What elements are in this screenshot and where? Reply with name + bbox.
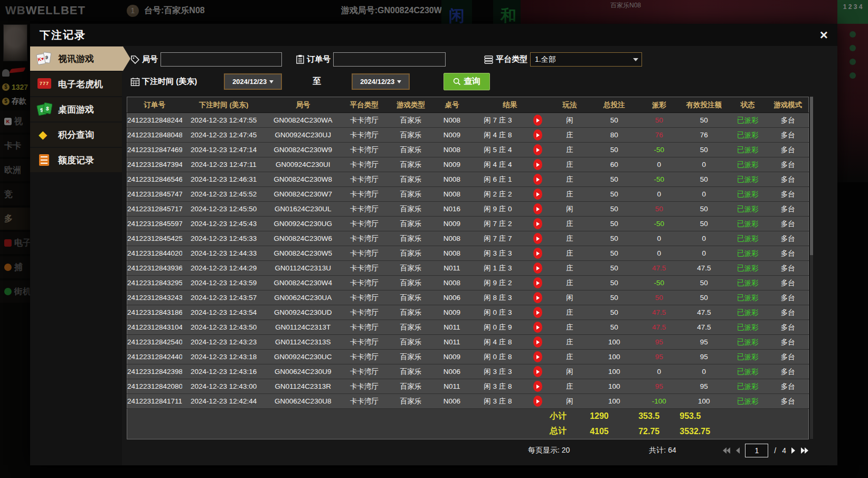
modal-sidebar: 9K♥ 视讯游戏 777 电子老虎机 $$ 桌面游戏 ◆ 积分查询 额度记 [30,46,122,465]
replay-cell [525,394,550,409]
platform-type: 卡卡湾厅 [341,143,388,157]
replay-play-icon[interactable] [533,336,542,348]
replay-play-icon[interactable] [533,263,542,274]
game-mode-value: 多台 [767,128,808,143]
result-score: 闲 9 庄 2 [470,276,525,290]
replay-play-icon[interactable] [533,322,542,333]
result-score: 闲 9 庄 0 [470,202,525,217]
total-bet-value: 60 [590,157,638,172]
replay-play-icon[interactable] [533,218,542,229]
game-type: 百家乐 [388,157,433,172]
payout-value: 95 [638,335,680,350]
total-count-label: 共计: 64 [649,446,676,455]
replay-play-icon[interactable] [533,144,542,155]
platform-select[interactable]: 1.全部 [530,52,642,67]
replay-play-icon[interactable] [533,307,542,318]
bet-time: 2024-12-23 12:43:59 [182,276,266,290]
date-from-picker[interactable]: 2024/12/23 [224,73,282,90]
table-row: 241223128455973 2024-12-23 12:45:43 GN00… [127,217,809,231]
subtotal-valid: 953.5 [680,409,728,424]
table-row: 241223128454258 2024-12-23 12:45:33 GN00… [127,231,809,246]
total-bet-value: 50 [590,305,638,320]
date-to-picker[interactable]: 2024/12/23 [352,73,410,90]
tab-quota-records[interactable]: 额度记录 [30,148,122,172]
replay-play-icon[interactable] [533,351,542,362]
replay-play-icon[interactable] [533,115,542,126]
valid-bet-value: 50 [680,172,728,187]
total-label: 总计 [550,424,590,439]
replay-play-icon[interactable] [533,129,542,140]
replay-cell [525,320,550,335]
replay-play-icon[interactable] [533,366,542,377]
pagination-bar: 每页显示: 20 共计: 64 1 / 4 [127,442,809,460]
order-number: 241223128473947 [127,157,182,172]
bet-time: 2024-12-23 12:43:57 [182,290,266,305]
tab-table-games[interactable]: $$ 桌面游戏 [30,97,122,121]
next-page-icon[interactable] [791,447,796,454]
total-bet-value: 50 [590,187,638,202]
last-page-icon[interactable] [800,447,809,454]
current-page-input[interactable]: 1 [745,444,768,457]
platform-type: 卡卡湾厅 [341,113,388,128]
replay-play-icon[interactable] [533,248,542,259]
status-value: 已派彩 [728,113,767,128]
table-number: N008 [433,113,470,128]
col-result: 结果 [470,97,550,113]
result-score: 闲 0 庄 3 [470,305,525,320]
first-page-icon[interactable] [722,447,731,454]
order-input[interactable] [333,52,446,67]
tab-points-query[interactable]: ◆ 积分查询 [30,123,122,147]
replay-cell [525,305,550,320]
total-bet-value: 50 [590,246,638,261]
total-bet-value: 50 [590,290,638,305]
subtotal-label: 小计 [550,409,590,424]
result-score: 闲 7 庄 2 [470,217,525,231]
game-mode-value: 多台 [767,290,808,305]
bet-time: 2024-12-23 12:47:11 [182,157,266,172]
status-value: 已派彩 [728,217,767,231]
col-status: 状态 [728,97,767,113]
valid-bet-value: 0 [680,364,728,379]
bet-side: 庄 [550,143,590,157]
table-row: 241223128457470 2024-12-23 12:45:52 GN00… [127,187,809,202]
replay-play-icon[interactable] [533,381,542,392]
subtotal-payout: 353.5 [638,409,680,424]
order-number: 241223128420801 [127,379,182,394]
total-pages-label: 4 [782,446,786,455]
tab-video-games[interactable]: 9K♥ 视讯游戏 [30,46,130,71]
game-type: 百家乐 [388,379,433,394]
game-type: 百家乐 [388,187,433,202]
replay-play-icon[interactable] [533,277,542,288]
close-icon[interactable]: × [820,28,828,42]
game-type: 百家乐 [388,217,433,231]
scrollbar-thumb[interactable] [810,97,813,255]
payout-value: 47.5 [638,261,680,276]
replay-play-icon[interactable] [533,203,542,214]
status-value: 已派彩 [728,231,767,246]
replay-play-icon[interactable] [533,292,542,303]
scrollbar[interactable] [810,97,813,439]
order-number: 241223128457177 [127,202,182,217]
replay-cell [525,261,550,276]
round-id: GN01124C2313R [266,379,341,394]
round-input[interactable] [161,52,282,67]
table-number: N009 [433,305,470,320]
prev-page-icon[interactable] [735,447,740,454]
replay-play-icon[interactable] [533,396,542,407]
game-type: 百家乐 [388,335,433,350]
tab-label: 桌面游戏 [58,104,94,116]
replay-play-icon[interactable] [533,189,542,200]
replay-play-icon[interactable] [533,159,542,170]
round-id: GN01124C2313T [266,320,341,335]
result-score: 闲 5 庄 4 [470,143,525,157]
clipboard-icon [296,54,305,64]
replay-play-icon[interactable] [533,233,542,244]
search-button[interactable]: 查询 [444,73,490,90]
payout-value: 47.5 [638,305,680,320]
tab-slots[interactable]: 777 电子老虎机 [30,72,122,96]
platform-type: 卡卡湾厅 [341,364,388,379]
replay-play-icon[interactable] [533,174,542,185]
replay-cell [525,202,550,217]
status-value: 已派彩 [728,276,767,290]
table-number: N006 [433,394,470,409]
